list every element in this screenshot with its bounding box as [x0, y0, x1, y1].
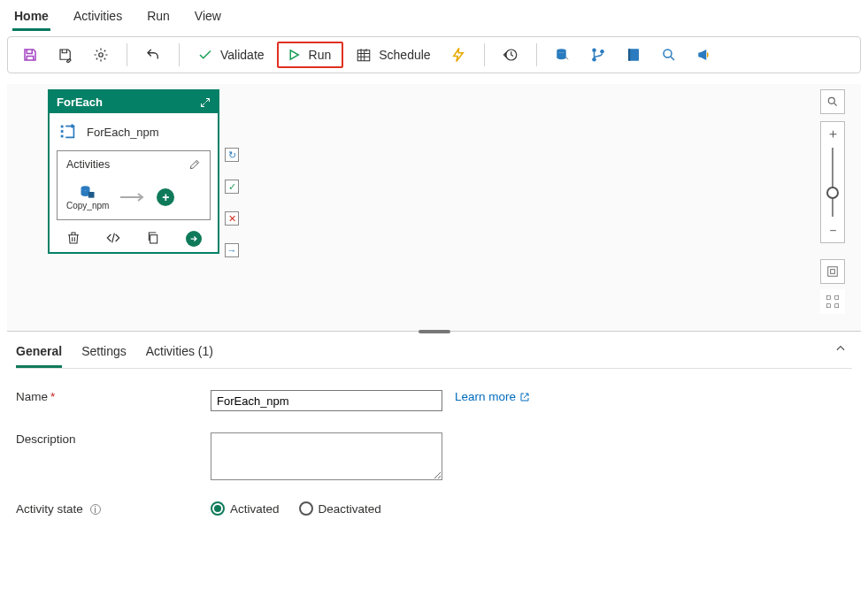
schedule-button[interactable]: Schedule — [349, 43, 437, 66]
learn-more-text: Learn more — [455, 390, 516, 403]
menu-bar: Home Activities Run View — [0, 0, 868, 31]
deactivated-label: Deactivated — [319, 502, 381, 516]
book-icon — [626, 47, 641, 63]
search-toolbar-button[interactable] — [654, 43, 684, 66]
validate-button[interactable]: Validate — [190, 43, 272, 66]
activities-container[interactable]: Activities Copy_npm + — [57, 150, 211, 220]
clone-icon[interactable] — [146, 231, 160, 245]
expand-icon[interactable] — [200, 97, 211, 108]
port-success[interactable]: ✓ — [225, 180, 239, 194]
foreach-activity-card[interactable]: ForEach ForEach_npm Activities Copy_npm … — [48, 89, 219, 254]
layout-icon — [826, 294, 840, 309]
card-title-row: ForEach_npm — [50, 113, 218, 150]
activities-section-label: Activities — [66, 158, 110, 171]
fit-icon — [826, 265, 839, 278]
zoom-handle[interactable] — [826, 187, 839, 199]
run-button[interactable]: Run — [277, 42, 344, 68]
toolbar-separator — [484, 43, 485, 66]
save-as-button[interactable] — [50, 43, 81, 66]
branch-icon — [590, 47, 606, 63]
activity-name: ForEach_npm — [87, 126, 159, 139]
run-label: Run — [309, 48, 332, 62]
svg-rect-11 — [61, 130, 64, 133]
description-label: Description — [16, 432, 211, 446]
tab-general[interactable]: General — [16, 340, 62, 368]
zoom-in-button[interactable]: ＋ — [820, 121, 845, 146]
svg-point-0 — [99, 53, 104, 57]
svg-rect-14 — [88, 192, 95, 198]
go-icon[interactable] — [186, 231, 202, 247]
trigger-button[interactable] — [443, 43, 473, 66]
name-input[interactable] — [211, 390, 442, 411]
layout-button[interactable] — [820, 289, 845, 314]
zoom-slider[interactable] — [820, 146, 845, 218]
pipeline-canvas[interactable]: ForEach ForEach_npm Activities Copy_npm … — [7, 84, 861, 332]
properties-panel: General Settings Activities (1) Name* Le… — [0, 332, 868, 524]
arrow-right-icon — [189, 234, 198, 243]
svg-point-4 — [592, 49, 596, 53]
save-button[interactable] — [15, 43, 45, 66]
schedule-label: Schedule — [379, 48, 430, 62]
menu-activities[interactable]: Activities — [72, 5, 124, 31]
save-icon — [22, 47, 38, 63]
learn-more-link[interactable]: Learn more — [455, 390, 530, 403]
activated-label: Activated — [230, 502, 280, 516]
toolbar-separator — [536, 43, 537, 66]
toolbar-separator — [127, 43, 127, 66]
data-button[interactable] — [548, 43, 578, 66]
menu-home[interactable]: Home — [12, 5, 50, 31]
svg-rect-12 — [61, 135, 64, 138]
fit-screen-button[interactable] — [820, 259, 845, 284]
svg-rect-20 — [835, 295, 839, 299]
menu-run[interactable]: Run — [145, 5, 172, 31]
search-icon — [826, 96, 839, 108]
history-icon — [503, 47, 518, 63]
settings-button[interactable] — [86, 43, 116, 66]
info-icon[interactable]: i — [90, 504, 101, 515]
copy-activity[interactable]: Copy_npm — [66, 183, 109, 210]
svg-rect-22 — [835, 304, 839, 308]
tab-activities[interactable]: Activities (1) — [146, 340, 213, 368]
menu-view[interactable]: View — [193, 5, 223, 31]
port-retry[interactable]: ↻ — [225, 148, 239, 162]
description-input[interactable] — [211, 432, 442, 480]
history-button[interactable] — [495, 43, 526, 66]
validate-label: Validate — [220, 48, 265, 62]
undo-button[interactable] — [138, 43, 168, 66]
foreach-icon — [58, 122, 78, 142]
zoom-out-button[interactable]: － — [820, 218, 845, 243]
git-button[interactable] — [583, 43, 613, 66]
external-link-icon — [519, 392, 530, 402]
name-label: Name* — [16, 390, 211, 403]
check-icon — [197, 47, 213, 63]
save-as-icon — [58, 47, 73, 63]
copy-activity-label: Copy_npm — [66, 201, 109, 210]
radio-deactivated[interactable]: Deactivated — [299, 501, 381, 516]
svg-point-6 — [600, 50, 604, 54]
feedback-button[interactable] — [689, 43, 719, 66]
port-fail[interactable]: ✕ — [225, 211, 239, 226]
bolt-icon — [450, 47, 466, 63]
activity-state-text: Activity state — [16, 502, 83, 516]
tab-settings[interactable]: Settings — [81, 340, 127, 368]
database-icon — [555, 47, 571, 63]
pencil-icon[interactable] — [188, 158, 201, 171]
svg-point-9 — [664, 50, 672, 57]
arrow-icon — [119, 193, 146, 202]
gear-icon — [93, 47, 109, 63]
card-type-label: ForEach — [57, 96, 103, 109]
svg-rect-8 — [628, 49, 630, 61]
docs-button[interactable] — [618, 43, 649, 66]
trash-icon[interactable] — [66, 231, 81, 245]
toolbar: Validate Run Schedule — [7, 36, 861, 73]
radio-activated[interactable]: Activated — [211, 501, 280, 516]
svg-rect-15 — [150, 235, 157, 243]
svg-point-16 — [828, 97, 834, 103]
collapse-panel-button[interactable] — [834, 342, 847, 357]
canvas-search-button[interactable] — [820, 89, 845, 114]
code-icon[interactable] — [106, 231, 120, 245]
card-footer — [50, 226, 218, 252]
connection-ports: ↻ ✓ ✕ → — [225, 148, 239, 257]
add-activity-button[interactable]: + — [157, 188, 174, 206]
port-skip[interactable]: → — [225, 243, 239, 257]
